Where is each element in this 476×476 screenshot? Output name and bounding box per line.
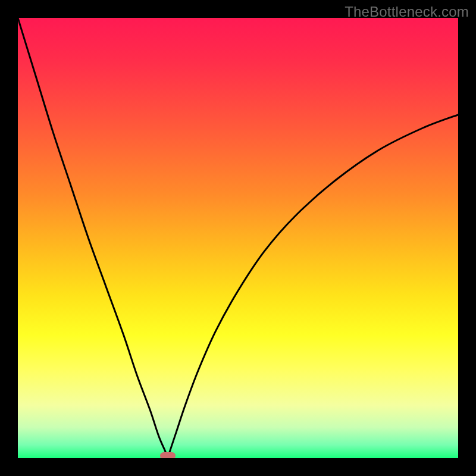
bottleneck-curve bbox=[18, 18, 458, 458]
watermark-text: TheBottleneck.com bbox=[345, 4, 469, 20]
plot-area bbox=[18, 18, 458, 458]
minimum-marker bbox=[160, 452, 176, 458]
chart-frame: TheBottleneck.com bbox=[0, 0, 476, 476]
